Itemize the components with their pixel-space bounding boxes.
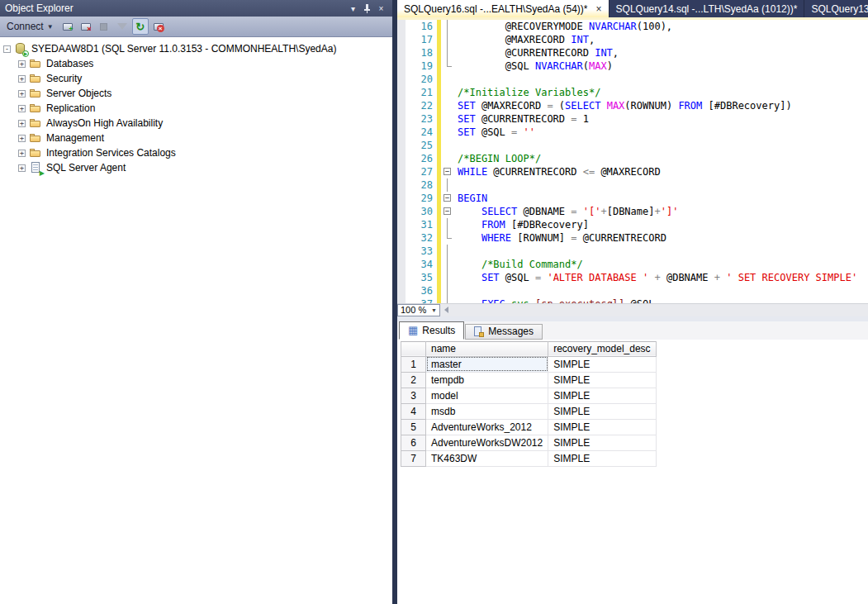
tab-sqlquery-2[interactable]: SQLQuery14.sql -...LTH\SyedAa (1012))* xyxy=(609,0,805,17)
grid-cell[interactable]: TK463DW xyxy=(426,450,548,466)
sidebar-item-alwayson-high-availability[interactable]: +AlwaysOn High Availability xyxy=(0,116,392,131)
code-text: /*Build Command*/ xyxy=(454,258,583,271)
column-header-name[interactable]: name xyxy=(426,341,548,356)
token-kw: SET xyxy=(481,272,500,283)
row-header[interactable]: 5 xyxy=(401,419,426,435)
row-header[interactable]: 4 xyxy=(401,403,426,419)
tree-item-label: SYEDAAW8D1 (SQL Server 11.0.3153 - COMMO… xyxy=(31,43,336,55)
pin-icon[interactable] xyxy=(361,2,373,14)
code-text: @MAXRECORD INT, xyxy=(454,33,595,46)
token-kw: INT xyxy=(595,47,613,59)
grid-cell[interactable]: AdventureWorks_2012 xyxy=(426,419,548,435)
table-row: 4msdbSIMPLE xyxy=(401,403,657,419)
grid-cell[interactable]: AdventureWorksDW2012 xyxy=(426,435,548,450)
outlining-margin[interactable]: − xyxy=(441,165,454,178)
tree-expand-toggle[interactable]: + xyxy=(18,150,26,157)
grid-cell[interactable]: SIMPLE xyxy=(548,450,656,466)
tab-close-icon[interactable]: × xyxy=(596,4,602,14)
token-pln: [#DBRecovery]) xyxy=(702,100,791,112)
token-op: + xyxy=(714,272,720,283)
row-header[interactable]: 7 xyxy=(401,450,426,466)
sidebar-item-databases[interactable]: +Databases xyxy=(0,56,392,71)
grid-cell[interactable]: model xyxy=(426,388,548,403)
zoom-control[interactable]: 100 % ▼ xyxy=(397,304,440,316)
token-pln: , xyxy=(613,47,619,59)
row-header[interactable]: 2 xyxy=(401,372,426,388)
collapse-box-icon[interactable]: − xyxy=(443,168,451,175)
scroll-left-arrow-icon[interactable] xyxy=(440,304,453,316)
outlining-margin xyxy=(441,271,454,284)
close-icon[interactable]: × xyxy=(375,2,387,14)
outlining-margin xyxy=(441,20,454,33)
tab-results[interactable]: ▦Results xyxy=(399,321,464,340)
outlining-margin[interactable]: − xyxy=(441,205,454,218)
disconnect-server-button[interactable]: × xyxy=(78,18,94,35)
grid-cell[interactable]: SIMPLE xyxy=(548,356,656,372)
outlining-margin[interactable]: − xyxy=(441,192,454,205)
tree-expand-toggle[interactable]: + xyxy=(18,90,26,97)
token-pln: ( xyxy=(583,60,589,72)
line-number: 18 xyxy=(406,46,437,59)
grid-cell[interactable]: SIMPLE xyxy=(548,388,656,403)
refresh-icon: ↻ xyxy=(134,20,147,33)
horizontal-scrollbar[interactable] xyxy=(440,304,868,316)
line-number: 35 xyxy=(406,271,437,284)
sidebar-item-security[interactable]: +Security xyxy=(0,71,392,86)
grid-cell[interactable]: SIMPLE xyxy=(548,419,656,435)
sidebar-item-management[interactable]: +Management xyxy=(0,131,392,145)
column-header-recovery_model_desc[interactable]: recovery_model_desc xyxy=(548,341,656,356)
filter-button[interactable] xyxy=(114,18,130,35)
stop-button[interactable] xyxy=(96,18,112,35)
refresh-button[interactable]: ↻ xyxy=(132,18,149,35)
tab-sqlquery-3[interactable]: SQLQuery13.sql xyxy=(804,0,868,17)
sidebar-item-sql-server-agent[interactable]: +▶SQL Server Agent xyxy=(0,160,392,175)
grid-cell[interactable]: SIMPLE xyxy=(548,403,656,419)
row-header[interactable]: 6 xyxy=(401,435,426,450)
code-text: /*Initialize Variables*/ xyxy=(454,86,600,99)
line-number: 17 xyxy=(406,33,437,46)
table-row: 2tempdbSIMPLE xyxy=(401,372,657,388)
connect-button[interactable]: Connect ▼ xyxy=(3,19,57,34)
sidebar-item-integration-services-catalogs[interactable]: +Integration Services Catalogs xyxy=(0,145,392,160)
tree-expand-toggle[interactable]: + xyxy=(18,75,26,83)
tab-messages[interactable]: Messages xyxy=(465,324,543,340)
tree-item-label: Management xyxy=(46,132,104,144)
grid-cell[interactable]: SIMPLE xyxy=(548,372,656,388)
tree-expand-toggle[interactable]: + xyxy=(18,135,26,142)
sidebar-item-server-objects[interactable]: +Server Objects xyxy=(0,86,392,101)
token-pln: @SQL xyxy=(500,272,535,283)
code-line: 17 @MAXRECORD INT, xyxy=(406,33,868,46)
token-pln: @DBNAME xyxy=(517,206,571,217)
sql-editor[interactable]: 16 @RECOVERYMODE NVARCHAR(100),17 @MAXRE… xyxy=(397,20,868,303)
token-str: '' xyxy=(524,126,535,138)
tab-sqlquery-1[interactable]: SQLQuery16.sql -...EALTH\SyedAa (54))*× xyxy=(397,0,609,17)
tree-root-server[interactable]: -▶SYEDAAW8D1 (SQL Server 11.0.3153 - COM… xyxy=(0,41,392,56)
grid-cell[interactable]: master xyxy=(426,356,548,372)
window-menu-icon[interactable]: ▾ xyxy=(347,2,359,14)
tab-label: SQLQuery14.sql -...LTH\SyedAa (1012))* xyxy=(616,3,798,15)
tree-expand-toggle[interactable]: - xyxy=(3,45,11,53)
code-line: 28 xyxy=(406,178,868,192)
grid-cell[interactable]: msdb xyxy=(426,403,548,419)
tree-expand-toggle[interactable]: + xyxy=(18,120,26,127)
token-op: = xyxy=(571,113,576,125)
disconnect-object-button[interactable]: × xyxy=(150,18,167,35)
grid-cell[interactable]: SIMPLE xyxy=(548,435,656,450)
connect-server-button[interactable]: + xyxy=(59,18,76,35)
outlining-margin xyxy=(441,284,454,297)
tree-expand-toggle[interactable]: + xyxy=(18,164,26,172)
tree-expand-toggle[interactable]: + xyxy=(18,60,26,68)
grid-cell[interactable]: tempdb xyxy=(426,372,548,388)
token-pln xyxy=(458,219,481,231)
tree-expand-toggle[interactable]: + xyxy=(18,105,26,112)
sidebar-item-replication[interactable]: +Replication xyxy=(0,101,392,116)
collapse-box-icon[interactable]: − xyxy=(443,207,451,215)
token-pln: @SQL xyxy=(476,126,511,138)
row-header[interactable]: 1 xyxy=(401,356,426,372)
collapse-box-icon[interactable]: − xyxy=(443,194,451,202)
row-header[interactable]: 3 xyxy=(401,388,426,403)
code-text: SET @SQL = 'ALTER DATABASE ' + @DBNAME +… xyxy=(454,271,857,284)
token-kw: WHERE xyxy=(481,232,511,244)
token-op: <= xyxy=(583,166,595,178)
outlining-margin xyxy=(441,139,454,152)
